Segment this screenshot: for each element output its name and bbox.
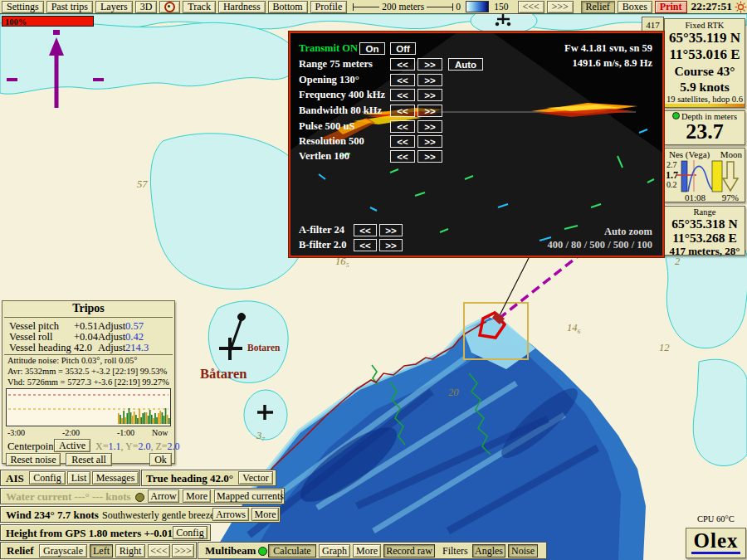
center-target-button[interactable] [159,1,180,13]
gps-longitude: 11°53.016 E [665,46,745,63]
bandwidth-decrease-button[interactable]: << [390,105,415,117]
transmit-off-button[interactable]: Off [390,42,416,55]
b-filter-decrease-button[interactable]: << [354,239,377,251]
noise-button[interactable]: Noise [508,544,538,558]
gps-height-label: Height from GPS 1.80 meters +-0.01 [6,527,173,540]
ais-config-button[interactable]: Config [29,471,66,485]
frequency-increase-button[interactable]: >> [417,89,442,101]
olex-logo-underline [691,552,740,554]
clock: 22:27:51 [691,0,733,13]
sonar-panel[interactable]: Transmit ON On Off Range 75 meters << >>… [289,32,664,257]
reset-all-button[interactable]: Reset all [66,453,112,466]
range-panel: Range 65°35.318 N 11°53.268 E 417 meters… [664,206,745,256]
depth-led [672,112,680,119]
range-auto-button[interactable]: Auto [448,58,483,71]
graph-tick: Now [152,428,168,437]
multibeam-led [258,547,267,556]
pulse-increase-button[interactable]: >> [417,120,442,133]
vessel-roll-row: Vessel roll+0.04 Adjust0.42 [2,331,174,342]
menu-profile[interactable]: Profile [310,1,348,13]
gps-position-panel: Fixed RTK 65°35.119 N 11°53.016 E Course… [664,18,745,108]
graph-button[interactable]: Graph [319,544,350,558]
tide-graph [665,158,745,193]
current-arrow-button[interactable]: Arrow [148,489,179,503]
bandwidth-increase-button[interactable]: >> [417,105,442,117]
relief-back-button[interactable]: <<< [148,544,170,558]
menu-bottom[interactable]: Bottom [268,1,308,13]
menu-hardness[interactable]: Hardness [218,1,266,13]
resolution-decrease-button[interactable]: << [390,135,415,148]
grayscale-button[interactable]: Grayscale [39,544,87,558]
true-heading-label: True heading 42.0° [146,472,233,485]
boxes-button[interactable]: Boxes [618,1,652,13]
wind-more-button[interactable]: More [251,508,279,521]
range-longitude: 11°53.268 E [665,231,745,245]
relief-forward-button[interactable]: >>> [172,544,194,558]
centerpoint-label: Centerpoint [7,441,56,453]
top-toolbar: Settings Past trips Layers 3D Track Hard… [0,0,747,14]
wind-bar: Wind 234° 7.7 knots Southwesterly gentle… [0,506,281,523]
current-more-button[interactable]: More [183,489,211,503]
sonar-frequency-label: Frequency 400 kHz [299,89,385,101]
water-current-label: Water current ---° --- knots [6,490,131,504]
height-config-button[interactable]: Config [173,526,208,539]
reset-noise-button[interactable]: Reset noise [6,453,61,466]
vertlen-increase-button[interactable]: >> [417,150,442,163]
depth-label: 12 [659,342,670,353]
angles-button[interactable]: Angles [472,544,505,558]
multibeam-more-button[interactable]: More [353,544,381,558]
frequency-decrease-button[interactable]: << [390,89,415,101]
menu-3d[interactable]: 3D [135,1,158,13]
relief-bar: Relief Grayscale Left Right <<< >>> [0,542,197,559]
color-scale-min: 0 [456,2,461,12]
opening-decrease-button[interactable]: << [390,74,415,86]
range-decrease-button[interactable]: << [390,58,415,71]
wind-label: Wind 234° 7.7 knots [6,509,99,522]
pan-forward-button[interactable]: >>> [547,1,574,13]
b-filter-increase-button[interactable]: >> [379,239,403,251]
ais-list-button[interactable]: List [67,471,90,485]
record-raw-button[interactable]: Record raw [383,544,435,558]
shade-right-button[interactable]: Right [115,544,145,558]
range-increase-button[interactable]: >> [417,58,442,71]
map-scale-bar: 200 meters [353,1,453,13]
mapped-currents-button[interactable]: Mapped currents [214,489,282,503]
pulse-decrease-button[interactable]: << [390,120,415,133]
resolution-increase-button[interactable]: >> [417,135,442,148]
ok-button[interactable]: Ok [149,453,172,466]
auto-zoom-label: Auto zoom [604,226,652,238]
a-filter-decrease-button[interactable]: << [354,224,377,236]
transmit-on-button[interactable]: On [359,42,385,55]
centerpoint-xyz: X=1.1, Y=2.0, Z=2.0 [95,441,180,453]
calculate-button[interactable]: Calculate [268,544,316,558]
sonar-opening-label: Opening 130° [299,74,359,86]
avr-stats-text: Avr: 3532mm = 3532.5 +-3.2 [22:19] 99.53… [7,367,167,376]
tide-falling-arrow-icon [723,162,738,191]
depth-label: 14₆ [567,322,581,334]
wind-arrows-button[interactable]: Arrows [212,508,249,521]
vessel-pitch-row: Vessel pitch+0.51 Adjust0.57 [2,320,174,331]
menu-settings[interactable]: Settings [2,1,44,13]
a-filter-increase-button[interactable]: >> [379,224,403,236]
relief-toggle-button[interactable]: Relief [581,1,615,13]
centerpoint-active-button[interactable]: Active [54,439,90,452]
gps-satellites: 19 satellites, hdop 0.6 [665,95,745,104]
shade-left-button[interactable]: Left [90,544,113,558]
vertlen-decrease-button[interactable]: << [390,150,415,163]
opening-increase-button[interactable]: >> [417,74,442,86]
moon-percent: 97% [722,192,739,202]
range-latitude: 65°35.318 N [665,217,745,231]
menu-layers[interactable]: Layers [95,1,133,13]
place-name-botaren: Botaren [247,343,281,353]
a-filter-label: A-filter 24 [299,224,344,236]
attitude-noise-text: Attitude noise: Pitch 0.03°, roll 0.05° [7,356,138,365]
sonar-resolution-label: Resolution 500 [299,135,364,148]
scale-label: 200 meters [379,2,427,12]
olex-application: 57 16₅ 14₆ 12 2 20 3₇ Botaren Båtaren Se… [0,0,747,560]
menu-past-trips[interactable]: Past trips [46,1,93,13]
vector-button[interactable]: Vector [238,471,273,485]
print-button[interactable]: Print [655,1,687,13]
pan-back-button[interactable]: <<< [518,1,544,13]
ais-messages-button[interactable]: Messages [92,471,139,485]
menu-track[interactable]: Track [183,1,216,13]
